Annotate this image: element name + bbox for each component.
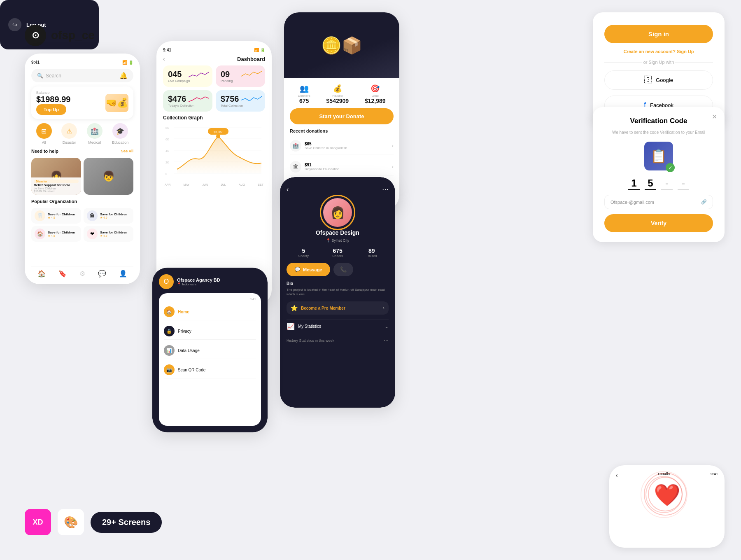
verify-close-button[interactable]: ✕ xyxy=(712,113,717,121)
details-time: 9:41 xyxy=(711,472,718,478)
notification-icon[interactable]: 🔔 xyxy=(119,72,128,79)
graph-svg: 8K 6K 4K 2K 0 xyxy=(163,124,265,182)
help-card-main[interactable]: 👧 Disaster Relief Support for India by S… xyxy=(31,158,81,195)
help-card-secondary[interactable]: 👦 xyxy=(84,158,133,195)
cat-all[interactable]: ⊞ All xyxy=(36,123,52,145)
screens-badge: 29+ Screens xyxy=(91,512,162,533)
signin-button[interactable]: Sign in xyxy=(604,25,713,43)
pro-member-row[interactable]: ⭐ Become a Pro Member › xyxy=(287,301,389,315)
goal-amount: $12,989 xyxy=(365,98,386,104)
see-all-link[interactable]: See All xyxy=(121,149,133,153)
cat-disaster[interactable]: ⚠ Disaster xyxy=(61,123,77,145)
menu-data-icon: 📊 xyxy=(164,345,175,356)
donation-icon-1: 🏥 xyxy=(290,140,301,152)
org-card-1[interactable]: 🦷 Save for Children ★ 4.5 xyxy=(31,208,81,224)
cat-education[interactable]: 🎓 Education xyxy=(112,123,128,145)
stat-chart-3 xyxy=(189,93,209,103)
search-placeholder: Search xyxy=(46,73,61,79)
verify-title: Verification Code xyxy=(604,117,713,125)
dashboard-back-btn[interactable]: ‹ xyxy=(163,56,165,62)
org-name-3: Save for Children xyxy=(48,231,75,234)
svg-text:0: 0 xyxy=(165,173,167,175)
verify-link-icon[interactable]: 🔗 xyxy=(701,199,707,205)
help-card-amount: $1989.99 raised xyxy=(34,190,79,193)
code-char-3[interactable]: - xyxy=(661,177,673,190)
profile-back-btn[interactable]: ‹ xyxy=(287,186,289,193)
menu-home-label: Home xyxy=(178,310,189,314)
org-card-2[interactable]: 🏛 Save for Children ★ 4.5 xyxy=(84,208,133,224)
org-name-2: Save for Children xyxy=(100,212,127,216)
donors-label: Donners xyxy=(298,94,310,98)
stat-label-4: Total Collection xyxy=(221,104,260,107)
pro-arrow-icon: › xyxy=(383,305,384,311)
org-rating-4: ★ 4.5 xyxy=(100,234,127,238)
coin-illustration: 🪙📦 xyxy=(321,36,362,55)
profile-dots-menu[interactable]: ⋯ xyxy=(382,185,389,193)
verify-illustration: 📋 ✓ xyxy=(604,140,713,173)
history-dots[interactable]: ⋯ xyxy=(384,338,389,343)
verify-email: Ofspace-@gmail.com xyxy=(611,200,654,205)
my-stats-label: My Statistics xyxy=(298,324,321,329)
menu-item-privacy[interactable]: 🔒 Privacy xyxy=(164,323,256,340)
xd-badge: XD xyxy=(25,509,51,535)
donation-item-2[interactable]: 🏛 $91 Bidyanondo Foundation › xyxy=(290,159,394,175)
code-char-2[interactable]: 5 xyxy=(645,177,656,190)
settings-header: O Ofspace Agancy BD 📍 Indonesia xyxy=(159,274,261,289)
details-back-btn[interactable]: ‹ xyxy=(616,472,618,478)
nav-settings-icon[interactable]: ⚙ xyxy=(79,270,85,278)
donation-icon-2: 🏛 xyxy=(290,161,301,173)
google-signin-button[interactable]: 🇬 Google xyxy=(604,70,713,90)
nav-profile-icon[interactable]: 👤 xyxy=(119,270,127,278)
figma-badge: 🎨 xyxy=(58,509,84,535)
heart-waves: ❤️ xyxy=(654,483,680,508)
heart-wave-1 xyxy=(645,476,683,513)
my-stats-row[interactable]: 📈 My Statistics ⌄ xyxy=(287,320,389,333)
donation-name-1: Save Children in Bangladesh xyxy=(305,146,347,150)
cat-disaster-icon: ⚠ xyxy=(61,123,77,139)
call-button[interactable]: 📞 xyxy=(333,263,353,276)
verify-button[interactable]: Verify xyxy=(604,214,713,232)
menu-item-home[interactable]: 🏠 Home xyxy=(164,303,256,320)
search-bar[interactable]: 🔍 Search 🔔 xyxy=(31,69,133,82)
stat-card-1: 045 Live Campaign xyxy=(163,65,212,87)
disaster-tag: Disaster xyxy=(34,180,79,183)
message-button[interactable]: 💬 Message xyxy=(287,263,330,276)
top-up-button[interactable]: Top Up xyxy=(36,104,66,115)
org-card-3[interactable]: 🏠 Save for Children ★ 4.5 xyxy=(31,226,81,242)
org-card-4[interactable]: ❤ Save for Children ★ 4.5 xyxy=(84,226,133,242)
nav-home-icon[interactable]: 🏠 xyxy=(37,270,46,278)
nav-bookmark-icon[interactable]: 🔖 xyxy=(58,270,67,278)
logo-icon: ⊙ xyxy=(25,25,46,46)
code-char-1[interactable]: 1 xyxy=(628,177,640,190)
donation-item-1[interactable]: 🏥 $65 Save Children in Bangladesh › xyxy=(290,138,394,154)
org-name-1: Save for Children xyxy=(48,212,75,216)
menu-item-qr[interactable]: 📷 Scan QR Code xyxy=(164,362,256,378)
stat-chart-4 xyxy=(241,93,262,103)
svg-text:8K: 8K xyxy=(165,126,169,129)
start-donate-button[interactable]: Start your Donate xyxy=(290,108,394,124)
history-label: History Statistics in this week xyxy=(287,338,334,343)
menu-item-data[interactable]: 📊 Data Usage xyxy=(164,342,256,359)
cat-education-icon: 🎓 xyxy=(112,123,128,139)
help-card-overlay: Disaster Relief Support for India by Sav… xyxy=(31,177,81,195)
logo-area: ⊙ ofsp_ce xyxy=(25,25,95,46)
phone-dashboard: 9:41 📶 🔋 ‹ Dashboard 045 Live Campaign 0… xyxy=(156,41,272,305)
phone-profile: ‹ ⋯ 👩 Ofspace Design 📍 Sylhet City 5 Cha… xyxy=(280,177,395,408)
org-avatar: O xyxy=(159,274,174,289)
org-name-4: Save for Children xyxy=(100,231,127,234)
google-label: Google xyxy=(656,77,673,83)
cat-medical-icon: 🏥 xyxy=(87,123,103,139)
code-char-4[interactable]: - xyxy=(678,177,689,190)
menu-qr-icon: 📷 xyxy=(164,364,175,375)
status-bar-2: 9:41 📶 🔋 xyxy=(163,48,265,52)
nav-chat-icon[interactable]: 💬 xyxy=(98,270,106,278)
bottom-badges: XD 🎨 29+ Screens xyxy=(25,509,162,535)
stat-label-1: Live Campaign xyxy=(168,79,207,83)
cat-medical[interactable]: 🏥 Medical xyxy=(87,123,103,145)
phone-main-app: 9:41 📶 🔋 🔍 Search 🔔 Balance $1989.99 Top… xyxy=(25,54,140,284)
donation-name-2: Bidyanondo Foundation xyxy=(305,167,340,171)
svg-text:4K: 4K xyxy=(165,149,169,152)
graph-x-labels: APRMAYJUNJULAUGSET xyxy=(163,183,265,186)
signup-link[interactable]: Sign Up xyxy=(677,49,694,54)
bio-section: Bio The project is located in the heart … xyxy=(287,281,389,296)
